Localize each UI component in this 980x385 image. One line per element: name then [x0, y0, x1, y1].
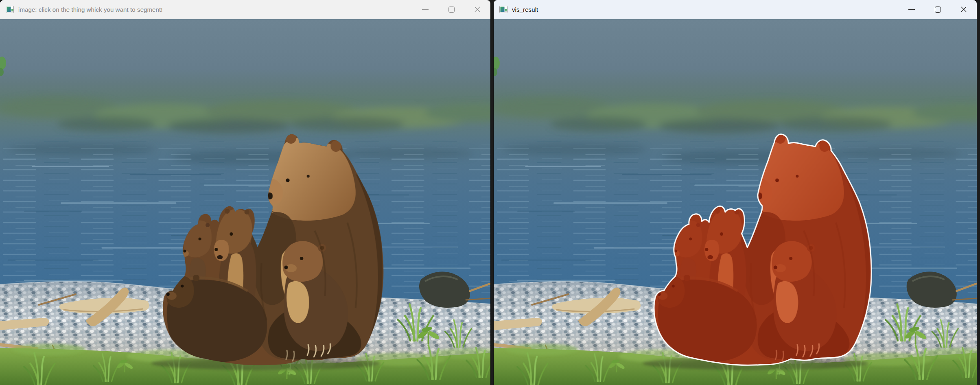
window-controls	[899, 0, 977, 19]
minimize-icon	[422, 9, 429, 10]
image-canvas[interactable]	[0, 19, 490, 385]
titlebar-image[interactable]: image: click on the thing whick you want…	[0, 0, 490, 19]
window-controls	[412, 0, 490, 19]
minimize-button[interactable]	[412, 0, 438, 19]
close-icon	[960, 6, 967, 13]
titlebar-vis-result[interactable]: vis_result	[494, 0, 977, 19]
window-vis-result: vis_result	[494, 0, 977, 385]
maximize-icon	[448, 7, 455, 13]
maximize-button[interactable]	[925, 0, 951, 19]
window-image: image: click on the thing whick you want…	[0, 0, 490, 385]
minimize-icon	[908, 9, 915, 10]
result-canvas	[494, 19, 977, 385]
window-title: vis_result	[512, 6, 538, 13]
close-icon	[474, 6, 481, 13]
maximize-icon	[935, 7, 941, 13]
segmentation-result-image	[494, 19, 977, 385]
minimize-button[interactable]	[899, 0, 925, 19]
close-button[interactable]	[951, 0, 977, 19]
opencv-image-icon	[499, 5, 508, 13]
window-title: image: click on the thing whick you want…	[18, 6, 163, 13]
bear-family-photo	[0, 19, 490, 385]
maximize-button[interactable]	[438, 0, 464, 19]
close-button[interactable]	[464, 0, 490, 19]
opencv-image-icon	[6, 5, 14, 13]
